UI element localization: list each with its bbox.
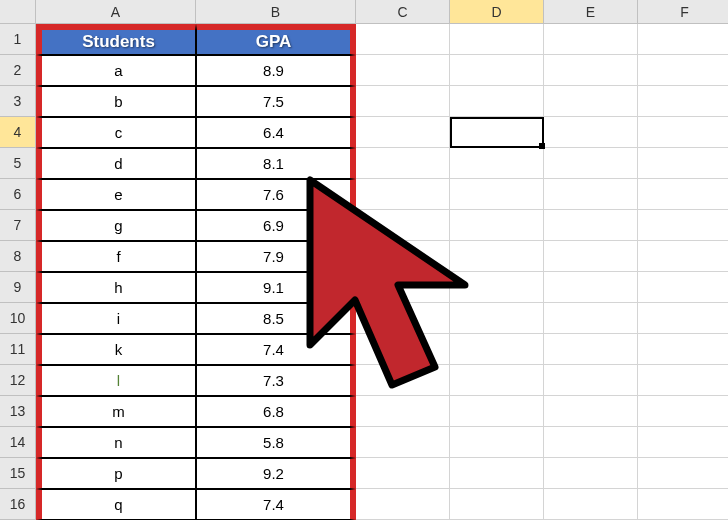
cell-f5[interactable]: [638, 148, 728, 179]
col-header-f[interactable]: F: [638, 0, 728, 24]
row-header-15[interactable]: 15: [0, 458, 36, 489]
cell-a11[interactable]: k: [36, 334, 196, 365]
cell-d1[interactable]: [450, 24, 544, 55]
row-header-8[interactable]: 8: [0, 241, 36, 272]
cell-d13[interactable]: [450, 396, 544, 427]
col-header-d[interactable]: D: [450, 0, 544, 24]
cell-f6[interactable]: [638, 179, 728, 210]
row-header-7[interactable]: 7: [0, 210, 36, 241]
cell-c11[interactable]: [356, 334, 450, 365]
row-header-4[interactable]: 4: [0, 117, 36, 148]
cell-a2[interactable]: a: [36, 55, 196, 86]
cell-f15[interactable]: [638, 458, 728, 489]
cell-e14[interactable]: [544, 427, 638, 458]
cell-e13[interactable]: [544, 396, 638, 427]
cell-d12[interactable]: [450, 365, 544, 396]
cell-f1[interactable]: [638, 24, 728, 55]
cell-d14[interactable]: [450, 427, 544, 458]
cell-a13[interactable]: m: [36, 396, 196, 427]
cell-b9[interactable]: 9.1: [196, 272, 356, 303]
cell-d5[interactable]: [450, 148, 544, 179]
cell-a8[interactable]: f: [36, 241, 196, 272]
cell-b15[interactable]: 9.2: [196, 458, 356, 489]
cell-c12[interactable]: [356, 365, 450, 396]
cell-c3[interactable]: [356, 86, 450, 117]
cell-c4[interactable]: [356, 117, 450, 148]
cell-d3[interactable]: [450, 86, 544, 117]
cell-e16[interactable]: [544, 489, 638, 520]
col-header-e[interactable]: E: [544, 0, 638, 24]
row-header-1[interactable]: 1: [0, 24, 36, 55]
row-header-12[interactable]: 12: [0, 365, 36, 396]
cell-f7[interactable]: [638, 210, 728, 241]
cell-e9[interactable]: [544, 272, 638, 303]
cell-e15[interactable]: [544, 458, 638, 489]
cell-f11[interactable]: [638, 334, 728, 365]
row-header-16[interactable]: 16: [0, 489, 36, 520]
col-header-a[interactable]: A: [36, 0, 196, 24]
cell-a5[interactable]: d: [36, 148, 196, 179]
cell-d8[interactable]: [450, 241, 544, 272]
cell-f3[interactable]: [638, 86, 728, 117]
row-header-11[interactable]: 11: [0, 334, 36, 365]
row-header-13[interactable]: 13: [0, 396, 36, 427]
cell-b3[interactable]: 7.5: [196, 86, 356, 117]
cell-d10[interactable]: [450, 303, 544, 334]
cell-a10[interactable]: i: [36, 303, 196, 334]
cell-b12[interactable]: 7.3: [196, 365, 356, 396]
table-header-gpa[interactable]: GPA: [196, 24, 356, 55]
cell-c7[interactable]: [356, 210, 450, 241]
row-header-9[interactable]: 9: [0, 272, 36, 303]
cell-a3[interactable]: b: [36, 86, 196, 117]
select-all-corner[interactable]: [0, 0, 36, 24]
cell-f13[interactable]: [638, 396, 728, 427]
table-header-students[interactable]: Students: [36, 24, 196, 55]
cell-f16[interactable]: [638, 489, 728, 520]
cell-b4[interactable]: 6.4: [196, 117, 356, 148]
cell-c6[interactable]: [356, 179, 450, 210]
cell-a16[interactable]: q: [36, 489, 196, 520]
cell-e2[interactable]: [544, 55, 638, 86]
cell-d7[interactable]: [450, 210, 544, 241]
cell-e3[interactable]: [544, 86, 638, 117]
row-header-10[interactable]: 10: [0, 303, 36, 334]
cell-f9[interactable]: [638, 272, 728, 303]
cell-e4[interactable]: [544, 117, 638, 148]
cell-a4[interactable]: c: [36, 117, 196, 148]
cell-e6[interactable]: [544, 179, 638, 210]
cell-d4-active[interactable]: [450, 117, 544, 148]
cell-f4[interactable]: [638, 117, 728, 148]
cell-f2[interactable]: [638, 55, 728, 86]
row-header-2[interactable]: 2: [0, 55, 36, 86]
cell-b13[interactable]: 6.8: [196, 396, 356, 427]
cell-e5[interactable]: [544, 148, 638, 179]
cell-c13[interactable]: [356, 396, 450, 427]
cell-c2[interactable]: [356, 55, 450, 86]
cell-e1[interactable]: [544, 24, 638, 55]
col-header-c[interactable]: C: [356, 0, 450, 24]
cell-b10[interactable]: 8.5: [196, 303, 356, 334]
cell-f12[interactable]: [638, 365, 728, 396]
cell-b11[interactable]: 7.4: [196, 334, 356, 365]
col-header-b[interactable]: B: [196, 0, 356, 24]
cell-c15[interactable]: [356, 458, 450, 489]
cell-f14[interactable]: [638, 427, 728, 458]
cell-c8[interactable]: [356, 241, 450, 272]
cell-a14[interactable]: n: [36, 427, 196, 458]
cell-a12[interactable]: l: [36, 365, 196, 396]
row-header-5[interactable]: 5: [0, 148, 36, 179]
cell-a6[interactable]: e: [36, 179, 196, 210]
cell-b2[interactable]: 8.9: [196, 55, 356, 86]
cell-d15[interactable]: [450, 458, 544, 489]
cell-b6[interactable]: 7.6: [196, 179, 356, 210]
cell-d2[interactable]: [450, 55, 544, 86]
cell-e11[interactable]: [544, 334, 638, 365]
cell-c10[interactable]: [356, 303, 450, 334]
row-header-3[interactable]: 3: [0, 86, 36, 117]
cell-c16[interactable]: [356, 489, 450, 520]
cell-e12[interactable]: [544, 365, 638, 396]
cell-d6[interactable]: [450, 179, 544, 210]
cell-b14[interactable]: 5.8: [196, 427, 356, 458]
cell-a7[interactable]: g: [36, 210, 196, 241]
cell-d11[interactable]: [450, 334, 544, 365]
